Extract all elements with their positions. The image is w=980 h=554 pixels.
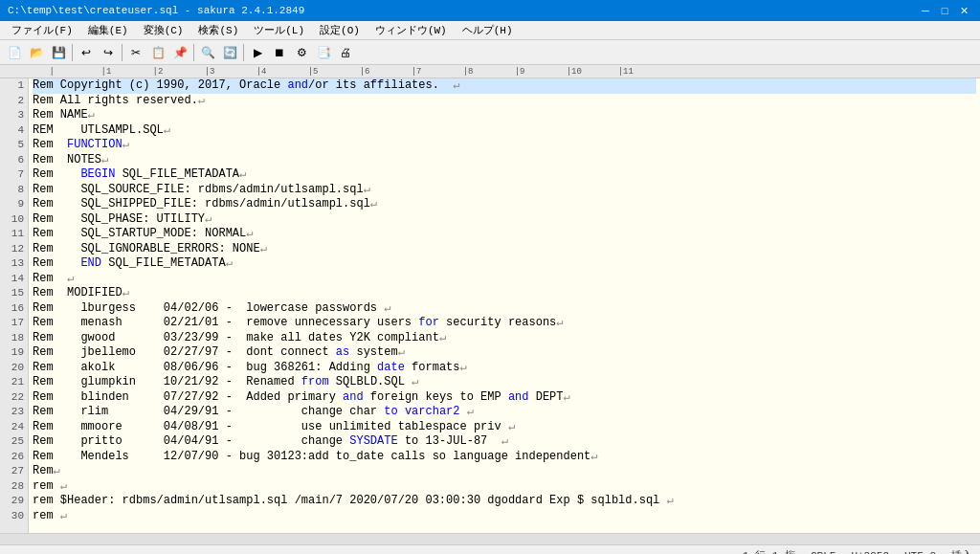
code-line-13: Rem END SQL_FILE_METADATA↵ (33, 256, 976, 272)
new-button[interactable]: 📄 (4, 42, 25, 63)
char-code: U+0052 (851, 550, 889, 555)
tb-btn-4[interactable]: 📑 (313, 42, 334, 63)
minimize-button[interactable]: ─ (917, 3, 934, 18)
tb-btn-2[interactable]: ⏹ (269, 42, 290, 63)
undo-button[interactable]: ↩ (76, 42, 97, 63)
menu-edit[interactable]: 編集(E) (80, 21, 136, 39)
code-line-30: rem ↵ (33, 509, 976, 524)
toolbar-sep-4 (243, 44, 244, 61)
code-line-10: Rem SQL_PHASE: UTILITY↵ (33, 212, 976, 228)
copy-button[interactable]: 📋 (147, 42, 168, 63)
code-line-16: Rem lburgess 04/02/06 - lowercase passwo… (33, 301, 976, 317)
menu-convert[interactable]: 変換(C) (136, 21, 191, 39)
line-num-14: 14 (4, 272, 24, 287)
code-line-1: Rem Copyright (c) 1990, 2017, Oracle and… (33, 78, 976, 94)
title-bar: C:\temp\test\createuser.sql - sakura 2.4… (0, 0, 980, 21)
line-num-21: 21 (4, 375, 24, 390)
menu-bar: ファイル(F) 編集(E) 変換(C) 検索(S) ツール(L) 設定(O) ウ… (0, 21, 980, 40)
line-num-17: 17 (4, 316, 24, 331)
ruler: | |1 |2 |3 |4 |5 |6 |7 |8 |9 |10 |11 (0, 65, 980, 78)
code-line-26: Rem Mendels 12/07/90 - bug 30123:add to_… (33, 450, 976, 465)
ruler-content: | |1 |2 |3 |4 |5 |6 |7 |8 |9 |10 |11 (29, 67, 634, 77)
toolbar-sep-1 (72, 44, 73, 61)
line-num-25: 25 (4, 434, 24, 450)
line-num-23: 23 (4, 405, 24, 420)
line-num-11: 11 (4, 227, 24, 242)
tb-btn-1[interactable]: ▶ (247, 42, 268, 63)
line-num-20: 20 (4, 361, 24, 376)
line-num-19: 19 (4, 345, 24, 361)
line-num-26: 26 (4, 450, 24, 465)
line-num-5: 5 (4, 138, 24, 153)
cursor-position: 1 行 1 桁 (743, 548, 795, 554)
code-line-18: Rem gwood 03/23/99 - make all dates Y2K … (33, 331, 976, 346)
code-line-7: Rem BEGIN SQL_FILE_METADATA↵ (33, 167, 976, 183)
code-line-15: Rem MODIFIED↵ (33, 286, 976, 301)
code-line-24: Rem mmoore 04/08/91 - use unlimited tabl… (33, 420, 976, 435)
toolbar-sep-2 (122, 44, 122, 61)
code-line-2: Rem All rights reserved.↵ (33, 94, 976, 109)
line-ending: CRLF (811, 550, 835, 555)
line-num-30: 30 (4, 509, 24, 524)
save-button[interactable]: 💾 (48, 42, 69, 63)
line-num-7: 7 (4, 167, 24, 183)
code-line-29: rem $Header: rdbms/admin/utlsampl.sql /m… (33, 494, 976, 509)
code-line-23: Rem rlim 04/29/91 - change char to varch… (33, 405, 976, 420)
line-num-22: 22 (4, 390, 24, 406)
replace-button[interactable]: 🔄 (219, 42, 240, 63)
line-num-4: 4 (4, 123, 24, 139)
code-line-28: rem ↵ (33, 479, 976, 495)
line-num-2: 2 (4, 94, 24, 109)
code-line-4: REM UTLSAMPL.SQL↵ (33, 123, 976, 139)
editor-wrapper: 1 2 3 4 5 6 7 8 9 10 11 12 13 14 15 16 1… (0, 78, 980, 533)
maximize-button[interactable]: □ (936, 3, 953, 18)
title-bar-controls: ─ □ ✕ (917, 3, 972, 18)
line-num-8: 8 (4, 183, 24, 198)
close-button[interactable]: ✕ (955, 3, 972, 18)
toolbar: 📄 📂 💾 ↩ ↪ ✂ 📋 📌 🔍 🔄 ▶ ⏹ ⚙ 📑 🖨 (0, 40, 980, 65)
menu-search[interactable]: 検索(S) (190, 21, 246, 39)
tb-btn-3[interactable]: ⚙ (291, 42, 312, 63)
open-button[interactable]: 📂 (26, 42, 47, 63)
paste-button[interactable]: 📌 (169, 42, 190, 63)
menu-settings[interactable]: 設定(O) (312, 21, 368, 39)
line-num-28: 28 (4, 479, 24, 495)
code-line-21: Rem glumpkin 10/21/92 - Renamed from SQL… (33, 375, 976, 390)
hscroll-area[interactable] (0, 533, 980, 544)
line-numbers: 1 2 3 4 5 6 7 8 9 10 11 12 13 14 15 16 1… (0, 78, 29, 533)
menu-window[interactable]: ウィンドウ(W) (368, 21, 455, 39)
redo-button[interactable]: ↪ (98, 42, 119, 63)
menu-help[interactable]: ヘルプ(H) (455, 21, 521, 39)
find-button[interactable]: 🔍 (197, 42, 218, 63)
code-line-6: Rem NOTES↵ (33, 153, 976, 168)
code-line-17: Rem menash 02/21/01 - remove unnecessary… (33, 316, 976, 331)
line-num-24: 24 (4, 420, 24, 435)
code-line-27: Rem↵ (33, 464, 976, 479)
code-line-8: Rem SQL_SOURCE_FILE: rdbms/admin/utlsamp… (33, 183, 976, 198)
insert-mode: 挿入 (951, 548, 972, 554)
code-line-25: Rem pritto 04/04/91 - change SYSDATE to … (33, 434, 976, 450)
line-num-10: 10 (4, 212, 24, 228)
encoding: UTF-8 (904, 550, 936, 555)
line-num-13: 13 (4, 256, 24, 272)
code-line-11: Rem SQL_STARTUP_MODE: NORMAL↵ (33, 227, 976, 242)
line-num-6: 6 (4, 153, 24, 168)
toolbar-sep-3 (193, 44, 194, 61)
menu-tools[interactable]: ツール(L) (246, 21, 312, 39)
code-line-14: Rem ↵ (33, 272, 976, 287)
code-line-22: Rem blinden 07/27/92 - Added primary and… (33, 390, 976, 406)
code-area[interactable]: Rem Copyright (c) 1990, 2017, Oracle and… (29, 78, 980, 533)
code-line-5: Rem FUNCTION↵ (33, 138, 976, 153)
line-num-12: 12 (4, 242, 24, 257)
line-num-16: 16 (4, 301, 24, 317)
code-line-9: Rem SQL_SHIPPED_FILE: rdbms/admin/utlsam… (33, 197, 976, 212)
line-num-9: 9 (4, 197, 24, 212)
cut-button[interactable]: ✂ (125, 42, 146, 63)
status-bar: 1 行 1 桁 CRLF U+0052 UTF-8 挿入 (0, 544, 980, 554)
menu-file[interactable]: ファイル(F) (4, 21, 80, 39)
line-num-3: 3 (4, 108, 24, 123)
line-num-29: 29 (4, 494, 24, 509)
tb-btn-5[interactable]: 🖨 (335, 42, 356, 63)
code-line-12: Rem SQL_IGNORABLE_ERRORS: NONE↵ (33, 242, 976, 257)
code-line-19: Rem jbellemo 02/27/97 - dont connect as … (33, 345, 976, 361)
